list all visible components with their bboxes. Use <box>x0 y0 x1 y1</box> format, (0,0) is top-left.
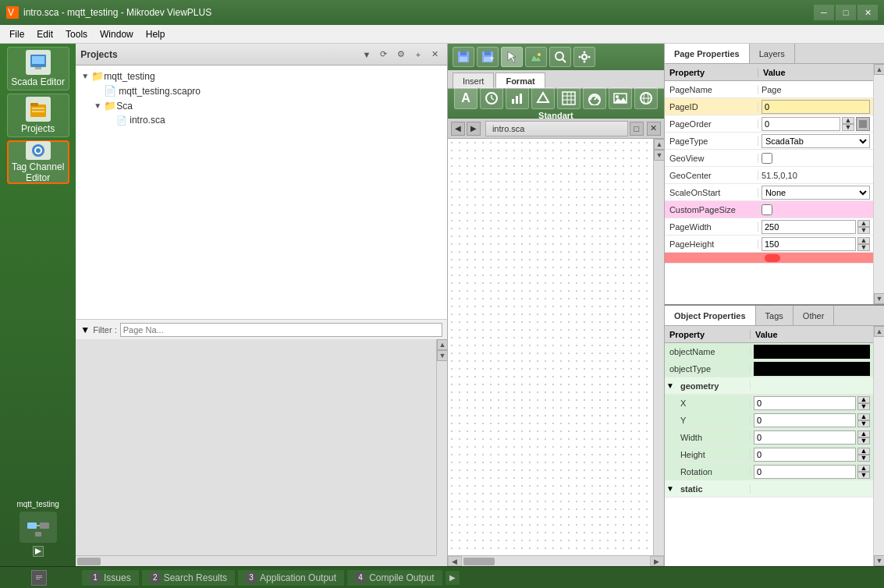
hscroll-left-btn[interactable]: ◀ <box>448 556 462 566</box>
canvas-tab-maximize-btn[interactable]: □ <box>630 122 644 136</box>
tab-format[interactable]: Format <box>495 73 545 88</box>
pageorder-icon-btn[interactable] <box>856 117 870 131</box>
x-input[interactable] <box>754 396 856 410</box>
canvas-vscroll-up[interactable]: ▲ <box>654 139 665 150</box>
hscroll-right-btn[interactable]: ▶ <box>650 556 664 566</box>
web-btn[interactable] <box>634 87 658 109</box>
minimize-button[interactable]: ─ <box>814 5 834 20</box>
y-spin-down[interactable]: ▼ <box>857 420 870 427</box>
page-props-vscroll[interactable]: ▲ ▼ <box>873 64 884 304</box>
width-input[interactable] <box>754 430 856 445</box>
objectname-input[interactable] <box>754 345 870 359</box>
obj-props-scroll-up[interactable]: ▲ <box>874 326 884 337</box>
shape-btn[interactable] <box>531 87 555 109</box>
canvas-hscroll[interactable]: ◀ ▶ <box>448 555 664 566</box>
chart-btn[interactable] <box>506 87 529 109</box>
pageheight-input[interactable] <box>762 237 856 251</box>
canvas-vscroll[interactable]: ▲ ▼ <box>653 139 664 555</box>
image-btn[interactable] <box>609 87 632 109</box>
text-btn[interactable]: A <box>454 87 478 109</box>
menu-file[interactable]: File <box>3 27 30 41</box>
projects-add-btn[interactable]: + <box>411 48 425 62</box>
tab-tags[interactable]: Tags <box>756 306 793 325</box>
objecttype-input[interactable] <box>754 362 870 376</box>
save-as-btn[interactable]: + <box>477 47 499 67</box>
expand-arrow-icon[interactable] <box>33 546 44 557</box>
filter-dropdown-icon[interactable]: ▼ <box>80 324 90 335</box>
prop-row-pagewidth: PageWidth ▲ ▼ <box>665 218 873 236</box>
canvas-vscroll-down[interactable]: ▼ <box>654 150 665 161</box>
tab-page-properties[interactable]: Page Properties <box>665 44 750 63</box>
statusbar-main-icon[interactable] <box>31 570 47 586</box>
pagewidth-input[interactable] <box>762 220 856 234</box>
custompagesize-checkbox[interactable] <box>762 204 772 215</box>
save-btn[interactable] <box>453 47 474 67</box>
clock-btn[interactable] <box>480 87 503 109</box>
close-button[interactable]: ✕ <box>857 5 878 20</box>
canvas-tab-forward-btn[interactable]: ▶ <box>467 122 481 136</box>
projects-close-btn[interactable]: ✕ <box>428 48 442 62</box>
tab-object-properties[interactable]: Object Properties <box>665 306 756 325</box>
scaleonstart-select[interactable]: None <box>762 186 870 200</box>
tab-layers[interactable]: Layers <box>750 44 795 63</box>
pageorder-input[interactable] <box>762 117 840 131</box>
obj-props-scroll-down[interactable]: ▼ <box>874 555 884 566</box>
statusbar-tab-search-results[interactable]: 2 Search Results <box>141 569 236 586</box>
gauge-btn[interactable] <box>583 87 606 109</box>
statusbar-arrow-right[interactable]: ▶ <box>445 570 460 586</box>
width-spin-down[interactable]: ▼ <box>857 437 870 445</box>
canvas-tab-close-btn[interactable]: ✕ <box>647 122 661 136</box>
scroll-down-arrow[interactable]: ▼ <box>437 350 447 361</box>
tree-item-sca[interactable]: ▼ 📁 Sca <box>79 98 444 113</box>
tree-item-mqtt-testing[interactable]: ▼ 📁 mqtt_testing <box>79 69 444 83</box>
maximize-button[interactable]: □ <box>836 5 856 20</box>
sidebar-item-tag-channel-editor[interactable]: Tag Channel Editor <box>7 140 69 184</box>
tree-label-sca: Sca <box>116 101 133 112</box>
height-input[interactable] <box>754 448 856 462</box>
cursor-btn[interactable] <box>501 47 523 67</box>
y-input[interactable] <box>754 413 856 427</box>
rotation-input[interactable] <box>754 465 856 479</box>
drawing-canvas[interactable] <box>448 139 653 555</box>
height-spin-down[interactable]: ▼ <box>857 455 870 462</box>
menu-tools[interactable]: Tools <box>59 27 94 41</box>
page-props-scroll-up[interactable]: ▲ <box>874 64 884 75</box>
obj-props-vscroll[interactable]: ▲ ▼ <box>873 326 884 566</box>
geoview-checkbox[interactable] <box>762 153 772 164</box>
scroll-up-arrow[interactable]: ▲ <box>437 339 447 350</box>
x-spin-down[interactable]: ▼ <box>857 403 870 410</box>
rotation-spin-down[interactable]: ▼ <box>857 472 870 479</box>
page-props-scroll-down[interactable]: ▼ <box>874 293 884 304</box>
statusbar-tab-issues[interactable]: 1 Issues <box>81 569 140 586</box>
page-list-hscroll[interactable] <box>76 555 436 566</box>
mountain-btn[interactable] <box>525 47 547 67</box>
page-filter-input[interactable] <box>120 323 442 337</box>
statusbar-tab-compile-output[interactable]: 4 Compile Output <box>346 569 442 586</box>
pagetype-select[interactable]: ScadaTab <box>762 134 870 148</box>
tab-other[interactable]: Other <box>793 306 835 325</box>
projects-filter-btn[interactable]: ▼ <box>360 48 374 62</box>
sidebar-item-projects[interactable]: Projects <box>7 94 69 137</box>
pageorder-spin-down[interactable]: ▼ <box>842 124 854 131</box>
canvas-tab-back-btn[interactable]: ◀ <box>451 122 465 136</box>
menu-help[interactable]: Help <box>140 27 172 41</box>
geometry-toggle[interactable]: ▼ <box>665 381 676 390</box>
sidebar-item-scada-editor[interactable]: Scada Editor <box>7 47 69 90</box>
zoom-btn[interactable] <box>549 47 571 67</box>
tab-insert[interactable]: Insert <box>453 73 495 88</box>
table-btn[interactable] <box>557 87 580 109</box>
menu-edit[interactable]: Edit <box>30 27 59 41</box>
filter-label: Filter : <box>93 325 117 335</box>
settings-btn[interactable] <box>573 47 595 67</box>
projects-sync-btn[interactable]: ⟳ <box>377 48 391 62</box>
tree-item-intro-sca[interactable]: 📄 intro.sca <box>79 113 444 127</box>
tree-item-scapro[interactable]: 📄 mqtt_testing.scapro <box>79 83 444 98</box>
pagewidth-spin-down[interactable]: ▼ <box>857 227 870 234</box>
menu-window[interactable]: Window <box>94 27 140 41</box>
static-toggle[interactable]: ▼ <box>665 484 676 493</box>
page-list-vscroll[interactable]: ▲ ▼ <box>436 339 447 555</box>
statusbar-tab-application-output[interactable]: 3 Application Output <box>237 569 345 586</box>
projects-settings-btn[interactable]: ⚙ <box>394 48 408 62</box>
pageheight-spin-down[interactable]: ▼ <box>857 244 870 251</box>
pageid-input[interactable] <box>762 100 870 114</box>
